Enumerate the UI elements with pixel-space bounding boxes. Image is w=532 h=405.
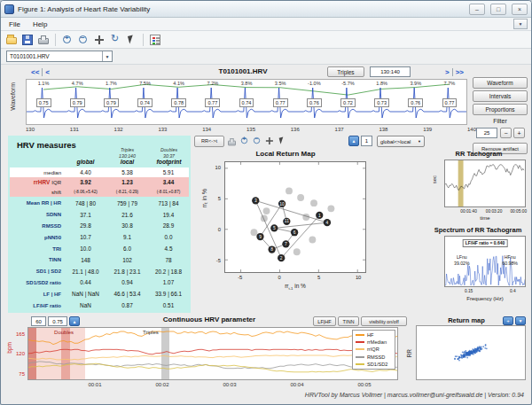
rr-interval-box[interactable]: 0.73 bbox=[374, 98, 389, 107]
filter-increase-button[interactable]: + bbox=[513, 128, 525, 138]
rr-interval-box[interactable]: 0.72 bbox=[340, 98, 356, 107]
beat-percentage: 4.1% bbox=[162, 81, 196, 86]
hrv-value: 0.0 bbox=[148, 234, 189, 240]
waveform-view-button[interactable]: Waveform bbox=[473, 77, 528, 89]
filter-label: Filter bbox=[473, 118, 528, 124]
filter-value-input[interactable] bbox=[476, 128, 497, 138]
local-return-map-axes: 1234567891011 bbox=[224, 161, 366, 273]
legend-entry-rriqr[interactable]: rrIQR bbox=[356, 347, 392, 352]
doubles-annotation: Doubles bbox=[54, 330, 74, 335]
zoom-out-button[interactable] bbox=[76, 33, 90, 47]
beat-percentage: 1.7% bbox=[94, 81, 128, 86]
dock-figure-button[interactable]: ▼ bbox=[513, 19, 528, 29]
lag-value-input[interactable] bbox=[361, 136, 372, 146]
zoom-out-icon bbox=[253, 136, 261, 145]
zoom-in-icon bbox=[240, 136, 248, 145]
legend-entry-rrmedian[interactable]: rrMedian bbox=[356, 339, 392, 345]
beat-percentage: 3.9% bbox=[399, 81, 433, 86]
y-tick-label: -5 bbox=[216, 258, 221, 263]
chevron-down-icon[interactable]: ▼ bbox=[102, 51, 112, 61]
pan-button[interactable] bbox=[92, 33, 106, 47]
minimize-button[interactable]: – bbox=[469, 4, 485, 15]
return-map-y-label: RR bbox=[406, 345, 412, 361]
open-button[interactable] bbox=[4, 33, 19, 47]
file-selector-row: T0101001.HRV ▼ bbox=[1, 49, 531, 65]
rr-interval-box[interactable]: 0.78 bbox=[171, 98, 186, 107]
save-button[interactable] bbox=[20, 33, 35, 47]
zoom-in-button[interactable] bbox=[60, 33, 74, 47]
zoom-out-button[interactable] bbox=[251, 136, 262, 147]
hrv-value: 0.44 bbox=[65, 279, 106, 285]
hrv-rrhrv-row-median: median4.405.385.91 bbox=[10, 167, 189, 177]
hrv-measure-row: pNN5010.79.10.0 bbox=[10, 231, 189, 243]
rr-interval-box[interactable]: 0.79 bbox=[70, 98, 85, 107]
menu-item-help[interactable]: Help bbox=[27, 20, 53, 28]
rr-interval-box[interactable]: 0.79 bbox=[104, 98, 119, 107]
zoom-in-button[interactable] bbox=[239, 136, 250, 147]
y-tick-label: 10 bbox=[215, 165, 221, 170]
data-cursor-button[interactable] bbox=[276, 136, 287, 147]
hrv-value: (-8.01,+0.87) bbox=[148, 190, 189, 194]
backward-button[interactable]: < bbox=[45, 68, 50, 76]
x-tick-label: 00:05:00 bbox=[510, 209, 527, 214]
rr-time-toggle-button[interactable]: RR<->t bbox=[194, 136, 224, 147]
print-button[interactable] bbox=[226, 136, 238, 147]
lag-apply-button[interactable]: ▲ bbox=[348, 136, 359, 146]
visibility-toggle-button[interactable]: visibility on/off bbox=[361, 316, 407, 326]
rr-interval-box[interactable]: 0.76 bbox=[408, 98, 423, 107]
legend-button[interactable] bbox=[148, 33, 162, 47]
legend-entry-rmssd[interactable]: RMSSD bbox=[356, 354, 392, 360]
proportions-view-button[interactable]: Proportions bbox=[473, 104, 528, 115]
rr-interval-box[interactable]: 0.76 bbox=[307, 98, 322, 107]
svg-text:3: 3 bbox=[254, 199, 257, 203]
rr-interval-box[interactable]: 0.74 bbox=[239, 98, 254, 107]
rr-interval-box[interactable]: 0.77 bbox=[273, 98, 288, 107]
fast-backward-button[interactable]: << bbox=[31, 68, 39, 76]
forward-button[interactable]: > bbox=[445, 68, 450, 76]
beat-percentages-row: 1.1%4.7%1.7%7.5%4.1%7.2%3.8%3.5%-1.0%-5.… bbox=[27, 81, 466, 86]
chevron-down-icon: ▼ bbox=[418, 139, 421, 144]
quantile-input[interactable] bbox=[48, 316, 67, 326]
return-map-options-button[interactable]: ▼ bbox=[515, 316, 526, 325]
return-map-zoom-button[interactable]: + bbox=[503, 316, 513, 325]
lfhf-toggle-button[interactable]: LF|HF bbox=[313, 316, 336, 326]
continuous-x-ticks: 00:0100:0200:0300:0400:05 bbox=[27, 382, 398, 389]
y-tick-label: 120 bbox=[16, 351, 25, 356]
data-cursor-button[interactable] bbox=[124, 33, 138, 47]
hrv-value: 37.1 bbox=[65, 212, 106, 218]
scope-select[interactable]: global<>local ▼ bbox=[377, 136, 425, 147]
filter-decrease-button[interactable]: − bbox=[500, 128, 512, 138]
hrv-value: 0.94 bbox=[106, 279, 148, 285]
figure-toolbar bbox=[1, 31, 531, 49]
legend-entry-hf[interactable]: HF bbox=[356, 332, 392, 338]
tinn-toggle-button[interactable]: TINN bbox=[338, 316, 359, 326]
range-input[interactable] bbox=[370, 66, 411, 77]
rr-interval-box[interactable]: 0.77 bbox=[205, 98, 220, 107]
apply-button[interactable]: ▲ bbox=[69, 316, 80, 326]
window-length-input[interactable] bbox=[31, 316, 46, 326]
menu-item-file[interactable]: File bbox=[3, 20, 27, 28]
svg-text:7: 7 bbox=[285, 242, 287, 246]
close-button[interactable]: × bbox=[512, 4, 528, 15]
hrv-value: 6.0 bbox=[106, 245, 148, 252]
hrv-measures-table: Mean RR | HR748 | 80759 | 79713 | 84SDNN… bbox=[10, 198, 189, 311]
figure-window: Figure 1: Analysis of Heart Rate Variabi… bbox=[0, 0, 532, 405]
fast-forward-button[interactable]: >> bbox=[456, 68, 464, 76]
legend-entry-sd1sd2[interactable]: SD1/SD2 bbox=[356, 362, 392, 367]
print-button[interactable] bbox=[36, 33, 51, 47]
pan-button[interactable] bbox=[263, 136, 275, 147]
rr-interval-box[interactable]: 0.75 bbox=[36, 98, 51, 107]
maximize-button[interactable]: □ bbox=[490, 4, 506, 15]
hrv-value: 1.23 bbox=[106, 179, 148, 185]
hrv-value: (-8.21,-0.29) bbox=[106, 190, 148, 194]
x-tick-label: 00:02 bbox=[155, 382, 168, 387]
hrv-value: NaN | NaN bbox=[65, 291, 106, 297]
triples-button[interactable]: Triples bbox=[327, 66, 364, 77]
rr-interval-box[interactable]: 0.77 bbox=[442, 98, 458, 107]
file-selector[interactable]: T0101001.HRV ▼ bbox=[6, 51, 113, 62]
rr-interval-box[interactable]: 0.74 bbox=[137, 98, 153, 107]
intervals-view-button[interactable]: Intervals bbox=[473, 90, 528, 102]
rotate-button[interactable] bbox=[108, 33, 122, 47]
window-title: Figure 1: Analysis of Heart Rate Variabi… bbox=[18, 5, 464, 13]
hrv-value: 0.87 bbox=[106, 302, 148, 308]
